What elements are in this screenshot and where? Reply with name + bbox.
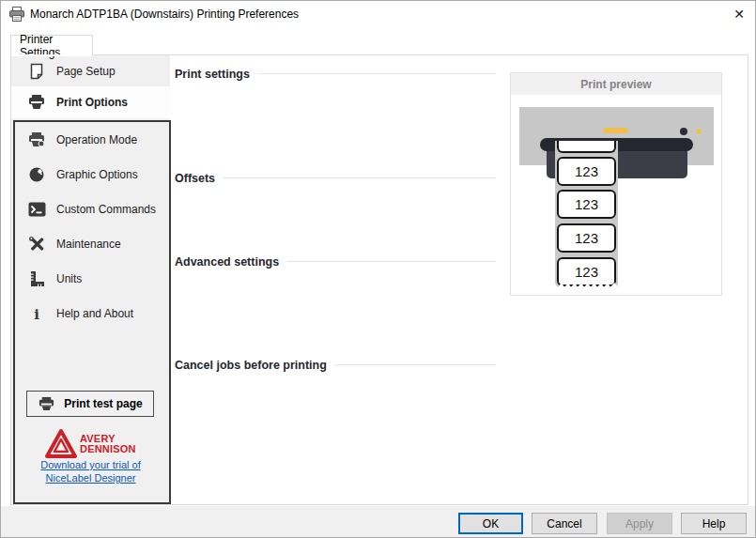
label-partial (557, 141, 616, 153)
section-rule (257, 73, 496, 74)
section-title: Advanced settings (175, 255, 279, 269)
printer-icon (27, 93, 46, 112)
close-icon: ✕ (733, 7, 745, 22)
ruler-icon (27, 269, 46, 288)
sidebar-item-label: Units (56, 272, 82, 285)
print-preview-panel: Print preview 123 123 123 123 (510, 72, 722, 296)
cancel-button[interactable]: Cancel (532, 513, 597, 534)
printer-test-icon (38, 396, 55, 412)
print-test-page-button[interactable]: Print test page (26, 391, 154, 417)
page-icon (27, 62, 46, 81)
label-preview: 123 (557, 223, 616, 253)
sidebar-item-print-options[interactable]: Print Options (11, 86, 170, 118)
section-title: Print settings (175, 68, 250, 81)
section-advanced-settings: Advanced settings (175, 254, 496, 269)
sidebar-item-label: Page Setup (56, 65, 116, 78)
print-test-page-label: Print test page (64, 397, 142, 410)
section-offsets: Offsets (175, 171, 496, 185)
label-preview: 123 (557, 157, 616, 186)
sidebar-item-label: Print Options (56, 96, 128, 109)
section-cancel-jobs: Cancel jobs before printing (175, 358, 496, 372)
console-icon (27, 200, 46, 219)
print-preview-title: Print preview (511, 73, 721, 95)
info-icon: i (27, 304, 46, 323)
printer-indicator-bar (603, 128, 628, 133)
torn-edge (555, 280, 618, 288)
section-rule (223, 177, 496, 178)
section-rule (334, 364, 496, 365)
tools-icon (27, 235, 46, 254)
window-title: Monarch ADTP1BA (Downstairs) Printing Pr… (30, 8, 299, 21)
sidebar-item-label: Operation Mode (56, 133, 137, 146)
sidebar-item-help-and-about[interactable]: i Help and About (11, 300, 170, 328)
printer-mode-icon (27, 131, 46, 149)
printer-led-dark (680, 128, 687, 135)
sidebar-item-units[interactable]: Units (11, 265, 170, 293)
section-print-settings: Print settings (175, 67, 496, 81)
section-rule (286, 261, 496, 262)
label-preview: 123 (557, 190, 616, 219)
sidebar-item-label: Maintenance (56, 238, 121, 251)
close-button[interactable]: ✕ (727, 3, 751, 25)
sidebar-item-custom-commands[interactable]: Custom Commands (11, 195, 170, 223)
help-button[interactable]: Help (681, 513, 747, 534)
printing-preferences-dialog: Monarch ADTP1BA (Downstairs) Printing Pr… (0, 0, 756, 538)
sidebar-item-maintenance[interactable]: Maintenance (11, 230, 170, 258)
tab-label: Printer Settings (20, 33, 92, 59)
titlebar: Monarch ADTP1BA (Downstairs) Printing Pr… (1, 1, 755, 29)
avery-dennison-logo-icon (44, 428, 78, 459)
sidebar-item-label: Help and About (56, 307, 133, 320)
avery-dennison-wordmark: AVERY DENNISON (80, 434, 136, 454)
sidebar-item-label: Graphic Options (56, 168, 138, 181)
printer-titlebar-icon (8, 6, 25, 23)
apply-button[interactable]: Apply (607, 513, 672, 534)
brand-line2: DENNISON (80, 444, 136, 454)
ok-button[interactable]: OK (458, 513, 523, 534)
section-title: Cancel jobs before printing (175, 359, 327, 372)
svg-text:i: i (34, 306, 39, 322)
sidebar-item-page-setup[interactable]: Page Setup (11, 57, 170, 85)
label-strip: 123 123 123 123 (555, 141, 618, 288)
nicelabel-designer-link[interactable]: NiceLabel Designer (11, 472, 170, 484)
sidebar-item-operation-mode[interactable]: Operation Mode (11, 126, 170, 154)
download-trial-link[interactable]: Download your trial of (11, 459, 170, 470)
sidebar-item-label: Custom Commands (56, 203, 156, 216)
tab-printer-settings[interactable]: Printer Settings (10, 35, 93, 55)
graphic-ball-icon (27, 165, 46, 184)
section-title: Offsets (175, 172, 215, 185)
sidebar-item-graphic-options[interactable]: Graphic Options (11, 161, 170, 189)
printer-led-yellow (696, 129, 702, 134)
